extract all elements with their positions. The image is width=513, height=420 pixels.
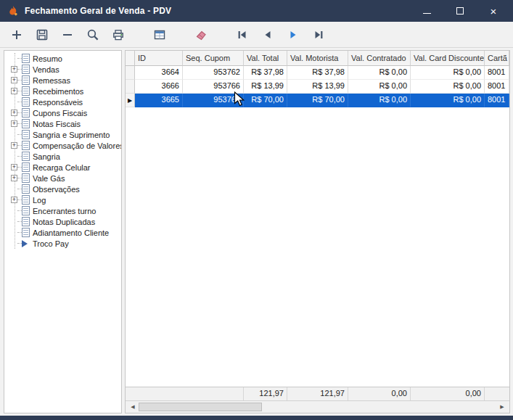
data-grid: IDSeq. CupomVal. TotalVal. MotoristaVal.… (125, 50, 510, 413)
expand-icon[interactable]: + (11, 142, 17, 149)
sidebar-item-label: Notas Fiscais (33, 120, 81, 128)
print-preview-button[interactable] (110, 27, 126, 43)
column-header-7[interactable]: Cartã (485, 51, 509, 66)
cell: 953762 (183, 66, 244, 80)
document-icon (22, 195, 30, 205)
close-button[interactable]: × (488, 6, 498, 16)
sidebar-item-notas-fiscais[interactable]: + Notas Fiscais (11, 118, 120, 129)
horizontal-scrollbar[interactable]: ◀ ▶ (126, 400, 509, 413)
sidebar-item-label: Troco Pay (33, 239, 69, 248)
sidebar-item-recarga-celular[interactable]: + Recarga Celular (11, 162, 120, 173)
column-header-5[interactable]: Val. Contratado (348, 51, 411, 66)
delete-icon (61, 28, 74, 41)
sidebar-item-troco-pay[interactable]: + Troco Pay (11, 238, 120, 249)
table-row[interactable]: ▶ 3665953764R$ 70,00R$ 70,00R$ 0,00R$ 0,… (126, 94, 509, 107)
sidebar-item-recebimentos[interactable]: + Recebimentos (11, 86, 120, 96)
row-marker: ▶ (126, 94, 135, 107)
expand-icon[interactable]: + (11, 110, 17, 116)
sidebar-item-vendas[interactable]: + Vendas (11, 64, 120, 75)
expand-icon[interactable]: + (11, 66, 17, 73)
app-window: Fechamento Geral de Venda - PDV × (0, 0, 513, 420)
add-button[interactable] (9, 27, 25, 43)
sidebar-item-label: Cupons Fiscais (33, 109, 87, 118)
arrow-icon (22, 240, 28, 247)
toolbar (0, 22, 513, 48)
sidebar-item-log[interactable]: + Log (11, 194, 120, 205)
sidebar-item-sangria-e-suprimento[interactable]: + Sangria e Suprimento (11, 129, 120, 140)
sidebar-item-adiantamento-cliente[interactable]: + Adiantamento Cliente (11, 227, 120, 238)
column-header-6[interactable]: Val. Card Discounted (411, 51, 485, 66)
save-button[interactable] (34, 27, 50, 43)
last-record-button[interactable] (311, 27, 327, 43)
sidebar-item-vale-gas[interactable]: + Vale Gás (11, 173, 120, 184)
sidebar-item-label: Observações (33, 185, 80, 194)
first-record-icon (236, 28, 249, 41)
sidebar-item-cupons-fiscais[interactable]: + Cupons Fiscais (11, 107, 120, 118)
cell: R$ 70,00 (244, 94, 287, 107)
clear-button[interactable] (193, 27, 209, 43)
cell: 8001 (485, 66, 509, 80)
cell: 8001 (485, 80, 509, 94)
window-title: Fechamento Geral de Venda - PDV (25, 6, 171, 16)
table-row[interactable]: 3664953762R$ 37,98R$ 37,98R$ 0,00R$ 0,00… (126, 66, 509, 80)
sidebar-tree-list: + Resumo + Vendas + Remessas + Recebimen… (15, 53, 120, 249)
expand-icon[interactable]: + (11, 88, 17, 94)
sidebar-item-sangria[interactable]: + Sangria (11, 151, 120, 162)
expand-icon[interactable]: + (11, 77, 17, 83)
document-icon (22, 141, 30, 150)
sidebar-item-responsaveis[interactable]: + Responsáveis (11, 96, 120, 107)
delete-button[interactable] (59, 27, 75, 43)
totals-val-motorista: 121,97 (287, 387, 348, 400)
sidebar-item-observacoes[interactable]: + Observações (11, 184, 120, 194)
document-icon (22, 86, 30, 96)
grid-view-button[interactable] (152, 27, 168, 43)
table-row[interactable]: 3666953766R$ 13,99R$ 13,99R$ 0,00R$ 0,00… (126, 80, 509, 94)
document-icon (22, 54, 30, 63)
document-icon (22, 75, 30, 85)
expand-icon[interactable]: + (11, 175, 17, 181)
scroll-left-icon[interactable]: ◀ (128, 404, 137, 410)
grid-body: 3664953762R$ 37,98R$ 37,98R$ 0,00R$ 0,00… (126, 66, 509, 107)
expand-icon[interactable]: + (11, 197, 17, 203)
search-button[interactable] (85, 27, 101, 43)
sidebar-item-compensacao-de-valores[interactable]: + Compensação de Valores (11, 140, 120, 151)
cell: R$ 0,00 (348, 66, 411, 80)
sidebar-item-notas-duplicadas[interactable]: + Notas Duplicadas (11, 216, 120, 227)
column-header-4[interactable]: Val. Motorista (287, 51, 348, 66)
column-header-3[interactable]: Val. Total (244, 51, 287, 66)
sidebar-item-label: Vendas (33, 65, 59, 74)
sidebar-item-label: Recebimentos (33, 87, 83, 96)
scrollbar-thumb[interactable] (139, 403, 262, 411)
next-record-button[interactable] (285, 27, 301, 43)
column-header-1[interactable]: ID (135, 51, 183, 66)
totals-row: 121,97 121,97 0,00 0,00 (126, 387, 509, 400)
cell: 953764 (183, 94, 244, 107)
totals-val-contratado: 0,00 (348, 387, 411, 400)
sidebar-item-label: Log (33, 196, 46, 205)
cell: R$ 37,98 (287, 66, 348, 80)
header-marker-cell (126, 51, 135, 66)
column-header-2[interactable]: Seq. Cupom (183, 51, 244, 66)
document-icon (22, 228, 30, 237)
expand-icon[interactable]: + (11, 120, 17, 127)
previous-record-button[interactable] (260, 27, 276, 43)
sidebar-item-remessas[interactable]: + Remessas (11, 75, 120, 86)
cell: R$ 70,00 (287, 94, 348, 107)
scroll-right-icon[interactable]: ▶ (498, 404, 506, 410)
expand-icon[interactable]: + (11, 164, 17, 170)
document-icon (22, 184, 30, 194)
minimize-button[interactable] (422, 6, 432, 16)
first-record-button[interactable] (234, 27, 250, 43)
cell: R$ 0,00 (411, 66, 485, 80)
sidebar-item-resumo[interactable]: + Resumo (11, 53, 120, 64)
sidebar-item-encerrantes-turno[interactable]: + Encerrantes turno (11, 205, 120, 216)
grid-view-icon (153, 28, 166, 41)
sidebar-item-label: Resumo (33, 54, 62, 63)
sidebar-tree: + Resumo + Vendas + Remessas + Recebimen… (4, 50, 122, 413)
sidebar-item-label: Recarga Celular (33, 163, 90, 172)
sidebar-item-label: Sangria (33, 152, 60, 161)
maximize-button[interactable] (455, 6, 465, 16)
close-icon: × (491, 6, 497, 17)
cell: R$ 0,00 (348, 80, 411, 94)
document-icon (22, 162, 30, 172)
